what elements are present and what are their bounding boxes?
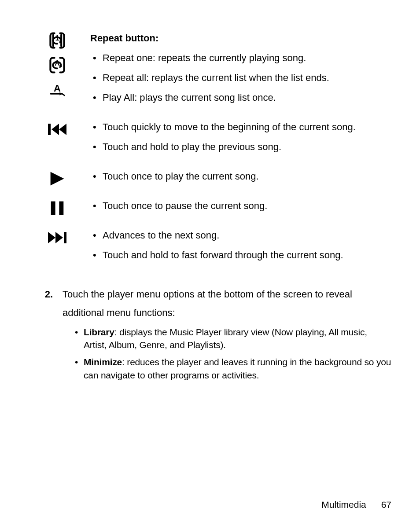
list-item: Repeat one: repeats the currently playin… [90, 51, 391, 65]
sub-key: Library [84, 327, 114, 337]
pause-icon-column [40, 198, 75, 218]
repeat-all-icon: A [48, 55, 67, 75]
play-list: Touch once to play the current song. [90, 169, 391, 183]
play-icon [48, 169, 67, 188]
repeat-icons-column: 1 A A [40, 31, 75, 99]
block-previous: Touch quickly to move to the beginning o… [40, 120, 391, 159]
repeat-one-icon: 1 [48, 31, 67, 50]
block-play: Touch once to play the current song. [40, 169, 391, 189]
prev-icon-column [40, 120, 75, 139]
list-item: Touch and hold to fast forward through t… [90, 248, 391, 262]
repeat-list: Repeat one: repeats the currently playin… [90, 51, 391, 105]
svg-rect-5 [51, 202, 55, 215]
list-item: Library: displays the Music Player libra… [74, 326, 391, 352]
block-repeat: 1 A A [40, 31, 391, 110]
manual-page: 1 A A [0, 0, 420, 532]
next-text: Advances to the next song. Touch and hol… [75, 228, 391, 268]
list-item: Repeat all: replays the current list whe… [90, 70, 391, 85]
list-item: Touch quickly to move to the beginning o… [90, 120, 391, 134]
play-icon-column [40, 169, 75, 188]
skip-forward-icon [47, 228, 68, 247]
list-item: Touch once to play the current song. [90, 169, 391, 183]
step-body: Touch the player menu options at the bot… [63, 285, 391, 386]
sub-desc: : displays the Music Player library view… [84, 327, 367, 350]
play-all-icon: A [48, 80, 67, 99]
svg-text:1: 1 [55, 34, 59, 42]
sub-key: Minimize [84, 357, 122, 367]
svg-text:A: A [55, 59, 59, 67]
list-item: Advances to the next song. [90, 228, 391, 242]
step-text: Touch the player menu options at the bot… [63, 289, 352, 318]
svg-rect-7 [64, 232, 66, 243]
step-number: 2. [29, 285, 63, 386]
pause-list: Touch once to pause the current song. [90, 198, 391, 213]
svg-rect-6 [59, 202, 63, 215]
skip-back-icon [47, 120, 68, 139]
block-next: Advances to the next song. Touch and hol… [40, 228, 391, 268]
footer-page-number: 67 [381, 499, 391, 510]
svg-text:A: A [54, 83, 61, 94]
list-item: Touch once to pause the current song. [90, 198, 391, 213]
footer-section: Multimedia [321, 499, 366, 510]
next-list: Advances to the next song. Touch and hol… [90, 228, 391, 262]
pause-icon [48, 198, 67, 218]
list-item: Play All: plays the current song list on… [90, 90, 391, 105]
step-2: 2. Touch the player menu options at the … [29, 285, 391, 386]
repeat-text: Repeat button: Repeat one: repeats the c… [75, 31, 391, 110]
list-item: Minimize: reduces the player and leaves … [74, 356, 391, 382]
pause-text: Touch once to pause the current song. [75, 198, 391, 218]
sub-desc: : reduces the player and leaves it runni… [84, 357, 391, 380]
prev-list: Touch quickly to move to the beginning o… [90, 120, 391, 154]
next-icon-column [40, 228, 75, 247]
svg-rect-4 [48, 124, 51, 135]
repeat-heading: Repeat button: [90, 31, 391, 45]
play-text: Touch once to play the current song. [75, 169, 391, 189]
step2-sublist: Library: displays the Music Player libra… [74, 326, 391, 382]
prev-text: Touch quickly to move to the beginning o… [75, 120, 391, 159]
block-pause: Touch once to pause the current song. [40, 198, 391, 218]
list-item: Touch and hold to play the previous song… [90, 139, 391, 154]
page-footer: Multimedia 67 [321, 499, 391, 510]
